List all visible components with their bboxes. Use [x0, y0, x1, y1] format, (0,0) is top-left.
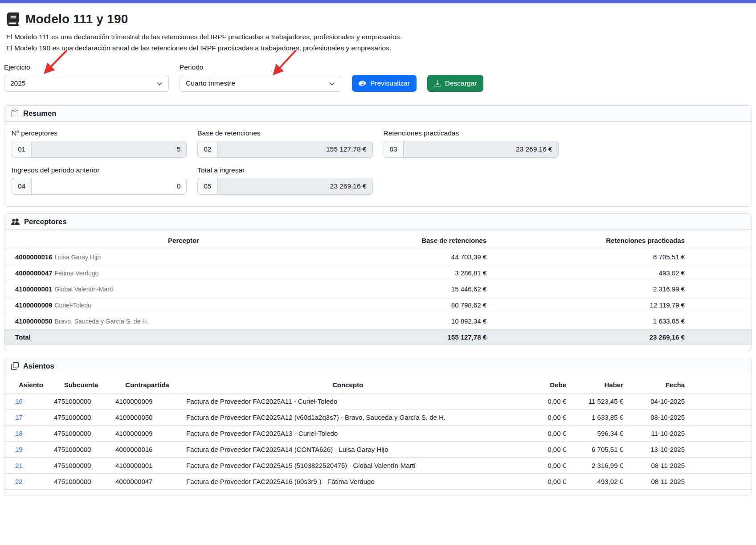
- asiento-link[interactable]: 22: [15, 478, 23, 485]
- column-header-asiento: Asiento: [4, 374, 50, 393]
- asiento-fecha: 11-10-2025: [627, 425, 752, 441]
- asiento-concepto: Factura de Proveedor FAC2025A12 (v60d1a2…: [183, 409, 513, 425]
- column-header-fecha: Fecha: [627, 374, 752, 393]
- asiento-haber: 493,02 €: [570, 473, 627, 489]
- field-total-a-ingresar: Total a ingresar 05 23 269,16 €: [197, 166, 372, 195]
- download-button[interactable]: Descargar: [427, 75, 484, 92]
- chevron-down-icon: [329, 81, 335, 89]
- resumen-card-body: Nº perceptores 01 5 Base de retenciones …: [4, 122, 752, 206]
- asiento-fecha: 08-11-2025: [627, 457, 752, 473]
- resumen-card-title: Resumen: [23, 109, 56, 118]
- perceptores-card-header: Perceptores: [4, 214, 752, 230]
- asiento-contrapartida: 4100000009: [112, 393, 183, 409]
- resumen-card: Resumen Nº perceptores 01 5 Base de rete…: [4, 105, 752, 207]
- asiento-fecha: 13-10-2025: [627, 441, 752, 457]
- card-bottom-padding: [4, 345, 752, 351]
- download-icon: [434, 80, 441, 87]
- asiento-haber: 11 523,45 €: [570, 393, 627, 409]
- asiento-concepto: Factura de Proveedor FAC2025A15 (5103822…: [183, 457, 513, 473]
- perceptor-base: 10 892,34 €: [356, 313, 490, 329]
- retenciones-practicadas-value: 23 269,16 €: [403, 141, 559, 158]
- asiento-haber: 1 633,85 €: [570, 409, 627, 425]
- perceptor-base: 15 446,62 €: [356, 281, 490, 297]
- column-header-base: Base de retenciones: [356, 230, 490, 249]
- field-code-badge: 01: [12, 141, 31, 158]
- asientos-card: Asientos Asiento Subcuenta Contrapartida…: [4, 358, 752, 496]
- periodo-label: Periodo: [180, 63, 341, 71]
- asiento-link[interactable]: 17: [15, 414, 23, 421]
- clipboard-icon: [11, 110, 19, 117]
- asiento-haber: 2 316,99 €: [570, 457, 627, 473]
- field-label: Base de retenciones: [197, 129, 372, 137]
- filters-row: Ejercicio 2025 Periodo Cuarto trimestre: [4, 63, 752, 92]
- asiento-link[interactable]: 16: [15, 397, 23, 405]
- field-code-badge: 03: [384, 141, 403, 158]
- asiento-subcuenta: 4751000000: [50, 457, 112, 473]
- column-header-subcuenta: Subcuenta: [50, 374, 112, 393]
- asiento-subcuenta: 4751000000: [50, 409, 112, 425]
- asiento-contrapartida: 4100000001: [112, 457, 183, 473]
- download-button-label: Descargar: [445, 79, 477, 87]
- asiento-contrapartida: 4100000009: [112, 425, 183, 441]
- field-ingresos-periodo-anterior: Ingresos del periodo anterior 04: [12, 166, 187, 195]
- chevron-down-icon: [156, 81, 163, 89]
- perceptor-account: 4000000016: [15, 253, 52, 261]
- n-perceptores-value: 5: [31, 141, 187, 158]
- periodo-select[interactable]: Cuarto trimestre: [180, 75, 341, 92]
- asiento-row: 22 4751000000 4000000047 Factura de Prov…: [4, 473, 752, 489]
- field-code-badge: 05: [197, 178, 217, 195]
- asiento-debe: 0,00 €: [513, 457, 570, 473]
- asiento-fecha: 08-11-2025: [627, 473, 752, 489]
- people-icon: [11, 217, 20, 226]
- resumen-card-header: Resumen: [4, 106, 752, 122]
- preview-button[interactable]: Previsualizar: [352, 75, 417, 92]
- perceptor-retencion: 1 633,85 €: [490, 313, 752, 329]
- asiento-row: 18 4751000000 4100000009 Factura de Prov…: [4, 425, 752, 441]
- asientos-table: Asiento Subcuenta Contrapartida Concepto…: [4, 374, 752, 490]
- asiento-link[interactable]: 21: [15, 462, 23, 469]
- asiento-link[interactable]: 18: [15, 430, 23, 437]
- perceptor-name: Fátima Verdugo: [54, 270, 98, 277]
- field-code-badge: 02: [197, 141, 217, 158]
- total-a-ingresar-value: 23 269,16 €: [217, 178, 373, 195]
- perceptor-account: 4000000047: [15, 269, 52, 277]
- field-label: Total a ingresar: [197, 166, 372, 174]
- perceptor-base: 80 798,62 €: [356, 297, 490, 313]
- ejercicio-select[interactable]: 2025: [4, 75, 169, 92]
- periodo-selected-value: Cuarto trimestre: [186, 79, 235, 87]
- perceptor-row: 4100000050Bravo, Sauceda y García S. de …: [4, 313, 752, 329]
- column-header-haber: Haber: [570, 374, 627, 393]
- asiento-row: 19 4751000000 4000000016 Factura de Prov…: [4, 441, 752, 457]
- asiento-subcuenta: 4751000000: [50, 393, 112, 409]
- asiento-haber: 6 705,51 €: [570, 441, 627, 457]
- perceptor-row: 4000000047Fátima Verdugo 3 286,81 € 493,…: [4, 265, 752, 281]
- perceptor-base: 44 703,39 €: [356, 249, 490, 265]
- description-line-1: El Modelo 111 es una declaración trimest…: [6, 32, 752, 42]
- perceptor-account: 4100000050: [15, 317, 52, 325]
- ingresos-periodo-anterior-input[interactable]: [31, 178, 187, 195]
- ejercicio-selected-value: 2025: [10, 79, 25, 87]
- asiento-concepto: Factura de Proveedor FAC2025A13 - Curiel…: [183, 425, 513, 441]
- asiento-subcuenta: 4751000000: [50, 425, 112, 441]
- asientos-header-row: Asiento Subcuenta Contrapartida Concepto…: [4, 374, 752, 393]
- column-header-perceptor: Perceptor: [4, 230, 356, 249]
- card-bottom-padding: [4, 490, 752, 496]
- total-retencion: 23 269,16 €: [490, 329, 752, 345]
- perceptor-account: 4100000001: [15, 285, 52, 293]
- perceptor-retencion: 2 316,99 €: [490, 281, 752, 297]
- perceptor-row: 4000000016Luisa Garay Hijo 44 703,39 € 6…: [4, 249, 752, 265]
- asiento-subcuenta: 4751000000: [50, 473, 112, 489]
- perceptor-row: 4100000001Global Valentín-Martí 15 446,6…: [4, 281, 752, 297]
- field-base-retenciones: Base de retenciones 02 155 127,78 €: [197, 129, 372, 158]
- total-base: 155 127,78 €: [356, 329, 490, 345]
- column-header-concepto: Concepto: [183, 374, 513, 393]
- perceptor-account: 4100000009: [15, 301, 52, 309]
- asiento-link[interactable]: 19: [15, 446, 23, 453]
- perceptor-name: Curiel-Toledo: [54, 302, 91, 309]
- field-retenciones-practicadas: Retenciones practicadas 03 23 269,16 €: [384, 129, 559, 158]
- column-header-retenciones: Retenciones practicadas: [490, 230, 752, 249]
- perceptores-card: Perceptores Perceptor Base de retencione…: [4, 213, 752, 351]
- field-n-perceptores: Nº perceptores 01 5: [12, 129, 187, 158]
- perceptor-base: 3 286,81 €: [356, 265, 490, 281]
- base-retenciones-value: 155 127,78 €: [217, 141, 373, 158]
